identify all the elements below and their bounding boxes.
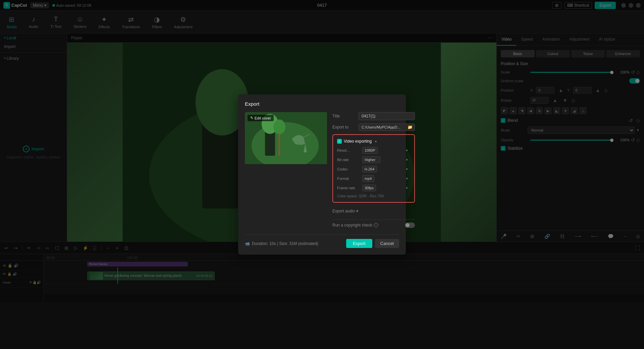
vex-arrow-icon[interactable]: ▾ [375,140,377,143]
codec-row: Codec H.264 H.265 [337,166,410,172]
format-select[interactable]: mp4 mov avi [362,175,374,182]
export-confirm-button[interactable]: Export [346,239,372,248]
duration-size-text: Duration: 10s | Size: 31M (estimated) [252,241,318,246]
vex-check-icon: ✓ [337,139,342,144]
edit-icon: ✎ [250,116,253,120]
color-space-note: Color space: SDR - Rec.709 [337,194,410,198]
bitrate-select-wrap: Low Medium Higher Highest [362,156,410,163]
video-exporting-label: Video exporting [344,139,372,144]
copyright-info-icon[interactable]: ⓘ [374,223,378,228]
title-row: Title [332,112,415,120]
dialog-body: ✎ Edit cover Title Export to C:/Users/My… [245,112,399,231]
export-audio-row[interactable]: Export audio ▾ [332,206,415,216]
export-dialog: Export [238,94,406,255]
cancel-button[interactable]: Cancel [375,239,399,248]
export-audio-label: Export audio ▾ [332,209,358,213]
edit-cover-button[interactable]: ✎ Edit cover [248,115,274,121]
dialog-title: Export [245,101,399,107]
format-label: Format [337,177,362,181]
framerate-row: Frame rate 24fps 25fps 30fps 60fps [337,185,410,191]
framerate-select-wrap: 24fps 25fps 30fps 60fps [362,185,410,191]
codec-select-wrap: H.264 H.265 [362,166,410,172]
footer-buttons: Export Cancel [346,239,399,248]
cover-image: ✎ Edit cover [245,112,327,164]
video-exporting-box: ✓ Video exporting ▾ Resol... 720P 1080P … [332,134,415,203]
cover-preview: ✎ Edit cover [245,112,327,231]
copyright-label: Run a copyright check ⓘ [332,223,405,228]
resolution-select[interactable]: 720P 1080P 2K 4K [362,147,378,154]
svg-point-13 [273,119,285,134]
export-to-row: Export to C:/Users/MyPC/AppD... 📁 [332,123,415,131]
format-select-wrap: mp4 mov avi [362,175,410,182]
copyright-text: Run a copyright check [332,223,372,228]
copyright-row: Run a copyright check ⓘ [332,219,415,231]
bitrate-label: Bit rate [337,158,362,162]
bitrate-select[interactable]: Low Medium Higher Highest [362,156,380,163]
export-overlay: Export [0,0,644,349]
codec-select[interactable]: H.264 H.265 [362,166,377,172]
folder-icon[interactable]: 📁 [406,125,415,130]
dialog-right: Title Export to C:/Users/MyPC/AppD... 📁 … [332,112,415,231]
copyright-toggle-knob [406,223,410,227]
format-row: Format mp4 mov avi [337,175,410,182]
video-exporting-header: ✓ Video exporting ▾ [337,139,410,144]
copyright-toggle[interactable] [405,222,415,228]
dialog-footer: 📹 Duration: 10s | Size: 31M (estimated) … [245,235,399,248]
framerate-select[interactable]: 24fps 25fps 30fps 60fps [362,185,376,191]
footer-info: 📹 Duration: 10s | Size: 31M (estimated) [245,241,318,246]
video-icon-footer: 📹 [245,241,250,246]
title-input[interactable] [359,112,415,120]
export-to-label: Export to [332,125,356,130]
framerate-label: Frame rate [337,186,362,190]
codec-label: Codec [337,167,362,171]
bitrate-row: Bit rate Low Medium Higher Highest [337,156,410,163]
export-path-text: C:/Users/MyPC/AppD... [359,124,406,131]
title-field-label: Title [332,114,356,118]
resolution-row: Resol... 720P 1080P 2K 4K [337,147,410,154]
edit-cover-label: Edit cover [255,116,271,120]
resolution-select-wrap: 720P 1080P 2K 4K [362,147,410,154]
resolution-label: Resol... [337,148,362,152]
export-path-input[interactable]: C:/Users/MyPC/AppD... 📁 [359,123,415,131]
